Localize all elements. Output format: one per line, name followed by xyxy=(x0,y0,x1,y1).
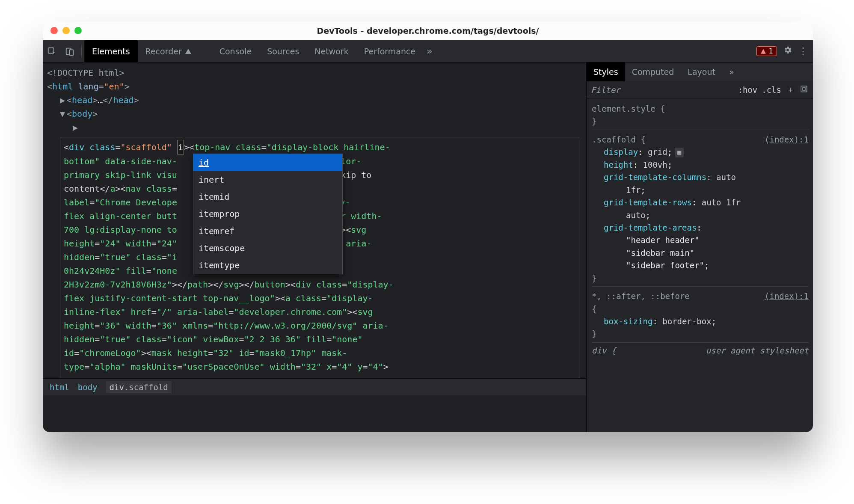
devtools-window: DevTools - developer.chrome.com/tags/dev… xyxy=(43,21,813,432)
dom-doctype[interactable]: <!DOCTYPE html> xyxy=(47,66,586,80)
styles-tabs-overflow-icon[interactable]: » xyxy=(722,62,741,81)
ua-label: user agent stylesheet xyxy=(706,344,809,357)
tab-network[interactable]: Network xyxy=(307,40,356,62)
breadcrumb-html[interactable]: html xyxy=(50,382,69,392)
autocomplete-item-inert[interactable]: inert xyxy=(193,171,342,188)
dom-selected-node[interactable]: id inert itemid itemprop itemref itemsco… xyxy=(60,137,579,378)
dom-body-child-toggle[interactable]: ▶ xyxy=(47,121,586,134)
svg-rect-3 xyxy=(801,86,807,92)
tab-console[interactable]: Console xyxy=(212,40,259,62)
device-toolbar-icon[interactable] xyxy=(61,47,79,56)
css-prop[interactable]: box-sizing: border-box; xyxy=(592,315,809,328)
computed-box-icon[interactable] xyxy=(799,85,809,95)
tab-elements[interactable]: Elements xyxy=(84,40,138,62)
error-count: 1 xyxy=(769,47,773,55)
inspect-element-icon[interactable] xyxy=(43,47,61,56)
hov-toggle[interactable]: :hov xyxy=(738,85,757,95)
dom-head[interactable]: ▶<head>…</head> xyxy=(47,93,586,107)
css-prop-area: "sidebar main" xyxy=(592,247,809,259)
mac-titlebar: DevTools - developer.chrome.com/tags/dev… xyxy=(43,21,813,40)
attribute-edit-input[interactable]: i xyxy=(177,140,184,154)
autocomplete-item-itemprop[interactable]: itemprop xyxy=(193,205,342,222)
traffic-lights xyxy=(50,27,82,34)
dom-breadcrumb: html body div.scaffold xyxy=(43,378,586,395)
new-style-rule-icon[interactable]: ＋ xyxy=(786,84,795,95)
error-badge[interactable]: 1 xyxy=(756,46,777,56)
styles-tab-layout[interactable]: Layout xyxy=(681,62,722,81)
rule-selector: div { xyxy=(592,344,616,357)
cls-toggle[interactable]: .cls xyxy=(762,85,781,95)
rule-universal[interactable]: *, ::after, ::before (index):1 { box-siz… xyxy=(592,288,809,343)
zoom-window-button[interactable] xyxy=(74,27,82,34)
rule-close-brace: } xyxy=(592,115,809,127)
css-prop[interactable]: grid-template-rows: auto 1fr xyxy=(592,196,809,209)
rule-close-brace: } xyxy=(592,328,809,340)
css-prop-cont: 1fr; xyxy=(592,184,809,196)
more-options-icon[interactable]: ⋮ xyxy=(798,46,807,56)
styles-tab-styles[interactable]: Styles xyxy=(587,62,625,81)
breadcrumb-div-scaffold[interactable]: div.scaffold xyxy=(106,381,172,393)
svg-rect-2 xyxy=(69,50,73,55)
styles-tab-computed[interactable]: Computed xyxy=(625,62,681,81)
minimize-window-button[interactable] xyxy=(62,27,70,34)
rule-source-link[interactable]: (index):1 xyxy=(765,290,809,302)
settings-gear-icon[interactable] xyxy=(783,45,792,57)
styles-panel: Styles Computed Layout » Filter :hov .cl… xyxy=(586,62,813,432)
rule-scaffold[interactable]: .scaffold { (index):1 display: grid;▦ he… xyxy=(592,132,809,287)
rule-open-brace: { xyxy=(592,303,809,315)
css-prop[interactable]: display: grid;▦ xyxy=(592,146,809,158)
tab-performance[interactable]: Performance xyxy=(356,40,423,62)
devtools-toolbar: Elements Recorder Console Sources Networ… xyxy=(43,40,813,62)
window-title: DevTools - developer.chrome.com/tags/dev… xyxy=(43,26,813,36)
rule-selector: *, ::after, ::before xyxy=(592,290,690,302)
styles-rules-list[interactable]: element.style { } .scaffold { (index):1 … xyxy=(587,98,813,432)
css-prop[interactable]: grid-template-columns: auto xyxy=(592,171,809,184)
autocomplete-item-itemref[interactable]: itemref xyxy=(193,222,342,240)
rule-element-style[interactable]: element.style { } xyxy=(592,101,809,130)
tabs-overflow-icon[interactable]: » xyxy=(427,46,432,56)
styles-filter-input[interactable]: Filter xyxy=(591,85,733,95)
dom-tree[interactable]: <!DOCTYPE html> <html lang="en"> ▶<head>… xyxy=(43,62,586,378)
attribute-autocomplete-popup: id inert itemid itemprop itemref itemsco… xyxy=(193,154,343,274)
styles-tabs: Styles Computed Layout » xyxy=(587,62,813,81)
rule-source-link[interactable]: (index):1 xyxy=(765,133,809,146)
rule-close-brace: } xyxy=(592,272,809,285)
css-prop-cont: auto; xyxy=(592,209,809,222)
toolbar-separator xyxy=(81,46,82,57)
svg-rect-4 xyxy=(803,88,805,90)
dom-html[interactable]: <html lang="en"> xyxy=(47,80,586,93)
close-window-button[interactable] xyxy=(50,27,58,34)
autocomplete-item-itemtype[interactable]: itemtype xyxy=(193,257,342,274)
css-prop[interactable]: grid-template-areas: xyxy=(592,222,809,234)
elements-panel: <!DOCTYPE html> <html lang="en"> ▶<head>… xyxy=(43,62,586,432)
panels-split: <!DOCTYPE html> <html lang="en"> ▶<head>… xyxy=(43,62,813,432)
autocomplete-item-itemid[interactable]: itemid xyxy=(193,188,342,205)
grid-badge-icon[interactable]: ▦ xyxy=(675,148,684,157)
autocomplete-item-id[interactable]: id xyxy=(193,154,342,171)
css-prop[interactable]: height: 100vh; xyxy=(592,159,809,171)
dom-body[interactable]: ▼<body> xyxy=(47,107,586,121)
autocomplete-item-itemscope[interactable]: itemscope xyxy=(193,240,342,257)
tab-recorder[interactable]: Recorder xyxy=(138,40,199,62)
breadcrumb-body[interactable]: body xyxy=(78,382,98,392)
css-prop-area: "header header" xyxy=(592,234,809,246)
rule-selector: .scaffold { xyxy=(592,133,646,146)
css-prop-area: "sidebar footer"; xyxy=(592,259,809,272)
rule-user-agent[interactable]: div { user agent stylesheet xyxy=(592,344,809,357)
styles-filter-bar: Filter :hov .cls ＋ xyxy=(587,81,813,98)
tab-sources[interactable]: Sources xyxy=(259,40,307,62)
rule-selector: element.style { xyxy=(592,103,809,115)
